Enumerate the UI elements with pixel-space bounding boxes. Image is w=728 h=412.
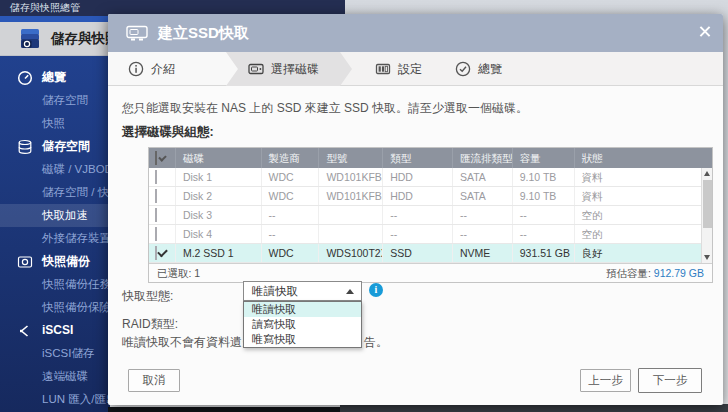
table-row-disk3[interactable]: Disk 3 -- -- -- -- 空的 [149,206,712,225]
sidebar-item-storage-snapshot[interactable]: 儲存空間 / 快照 [0,181,110,204]
scroll-down-icon[interactable] [704,255,710,260]
background-taskbar [340,404,728,412]
table-row-m2-ssd1[interactable]: M.2 SSD 1 WDC WDS100T2X... SSD NVME 931.… [149,244,712,263]
row-checkbox[interactable] [155,227,157,241]
sidebar-item-snapshot-vault[interactable]: 快照備份保險庫 [0,296,110,319]
sidebar-item-cache-acceleration[interactable]: 快取加速 [0,204,110,227]
step-intro[interactable]: 介紹 [128,52,175,86]
table-footer: 已選取: 1 預估容量: 912.79 GB [149,263,712,282]
drive-icon [248,61,264,77]
row-checkbox[interactable] [155,189,157,203]
sidebar-item-overview[interactable]: 總覽 [0,66,110,89]
sidebar-item-lun-import-export[interactable]: LUN 匯入/匯出 [0,388,110,411]
cache-type-label: 快取型態: [122,288,173,305]
step-select-disks[interactable]: 選擇磁碟 [248,52,319,86]
col-status: 狀態 [574,148,712,168]
row-checkbox[interactable] [155,170,157,184]
selected-count: 已選取: 1 [157,264,200,282]
disks-icon [17,139,33,155]
chevron-up-icon [346,289,354,294]
sidebar-section-storage[interactable]: 儲存空間 [0,135,110,158]
col-type: 類型 [382,148,452,168]
table-row-disk1[interactable]: Disk 1 WDC WD101KFBX... HDD SATA 9.10 TB… [149,168,712,187]
scroll-up-icon[interactable] [704,171,710,176]
gauge-icon [17,70,33,86]
section-title: 選擇磁碟與組態: [122,124,214,141]
sidebar-section-iscsi[interactable]: iSCSI [0,319,110,342]
sidebar-item-external-storage[interactable]: 外接儲存裝置 [0,227,110,250]
raid-type-label: RAID類型: [122,316,178,333]
iscsi-icon [17,323,33,339]
table-body: Disk 1 WDC WD101KFBX... HDD SATA 9.10 TB… [149,168,712,263]
row-checkbox[interactable] [155,208,157,222]
cache-type-option-write-only[interactable]: 唯寫快取 [244,332,361,347]
sidebar: 總覽 儲存空間 快照 儲存空間 磁碟 / VJBOD 儲存空間 / 快照 快取加… [0,56,110,412]
dialog-title: 建立SSD快取 [158,24,249,43]
next-button[interactable]: 下一步 [638,368,702,393]
sidebar-menu: 總覽 儲存空間 快照 儲存空間 磁碟 / VJBOD 儲存空間 / 快照 快取加… [0,66,110,411]
sidebar-item-storage-space[interactable]: 儲存空間 [0,89,110,112]
raid-bars-icon [375,61,391,77]
sidebar-item-snapshot-backup-jobs[interactable]: 快照備份任務 [0,273,110,296]
close-icon[interactable] [697,23,713,39]
ssd-icon [126,24,148,42]
table-scrollbar[interactable] [701,168,712,263]
cache-type-option-read-write[interactable]: 讀寫快取 [244,317,361,332]
screen: 儲存與快照總管 儲存與快照 總覽 儲存空間 快照 [0,0,728,412]
row-checkbox-checked[interactable] [155,246,157,260]
sidebar-item-snapshot[interactable]: 快照 [0,112,110,135]
window-title: 儲存與快照總管 [10,2,80,13]
table-row-disk2[interactable]: Disk 2 WDC WD101KFBX... HDD SATA 9.10 TB… [149,187,712,206]
cancel-button[interactable]: 取消 [128,369,180,392]
camera-icon [17,254,33,270]
cache-note-text-end: 告。 [364,334,388,351]
sidebar-item-disks-vjbod[interactable]: 磁碟 / VJBOD [0,158,110,181]
col-capacity: 容量 [512,148,574,168]
disk-table: 磁碟 製造商 型號 類型 匯流排類型 容量 狀態 Disk 1 WDC WD10… [148,147,713,283]
table-row-disk4[interactable]: Disk 4 -- -- -- -- 空的 [149,225,712,244]
step-configure[interactable]: 設定 [375,52,422,86]
sidebar-section-snapshot-backup[interactable]: 快照備份 [0,250,110,273]
info-icon[interactable] [369,283,383,297]
cache-type-option-read-only[interactable]: 唯讀快取 [244,302,361,317]
storage-snapshot-app-icon [18,28,42,50]
background-window-edge [108,407,348,412]
intro-text: 您只能選取安裝在 NAS 上的 SSD 來建立 SSD 快取。請至少選取一個磁碟… [122,100,528,117]
sidebar-item-remote-disk[interactable]: 遠端磁碟 [0,365,110,388]
cache-type-select[interactable]: 唯讀快取 [243,281,362,301]
create-ssd-cache-dialog: 建立SSD快取 介紹 選擇磁碟 設定 總覽 您只能選取安裝在 NAS [108,14,723,405]
col-model: 型號 [318,148,382,168]
wizard-steps: 介紹 選擇磁碟 設定 總覽 [108,52,723,86]
check-circle-icon [455,61,471,77]
cache-type-dropdown: 唯讀快取 讀寫快取 唯寫快取 [243,301,362,348]
sidebar-item-iscsi-storage[interactable]: iSCSI儲存 [0,342,110,365]
dialog-titlebar: 建立SSD快取 [108,14,723,52]
step-summary[interactable]: 總覽 [455,52,502,86]
table-header-row: 磁碟 製造商 型號 類型 匯流排類型 容量 狀態 [149,148,712,168]
estimated-capacity: 預估容量: 912.79 GB [606,264,704,282]
col-manufacturer: 製造商 [261,148,319,168]
info-circle-icon [128,61,144,77]
back-button[interactable]: 上一步 [580,369,631,392]
col-bus-type: 匯流排類型 [452,148,512,168]
select-all-checkbox[interactable] [155,151,157,165]
capacity-value: 912.79 GB [654,267,704,279]
scrollbar-thumb[interactable] [703,180,712,228]
col-disk: 磁碟 [175,148,261,168]
